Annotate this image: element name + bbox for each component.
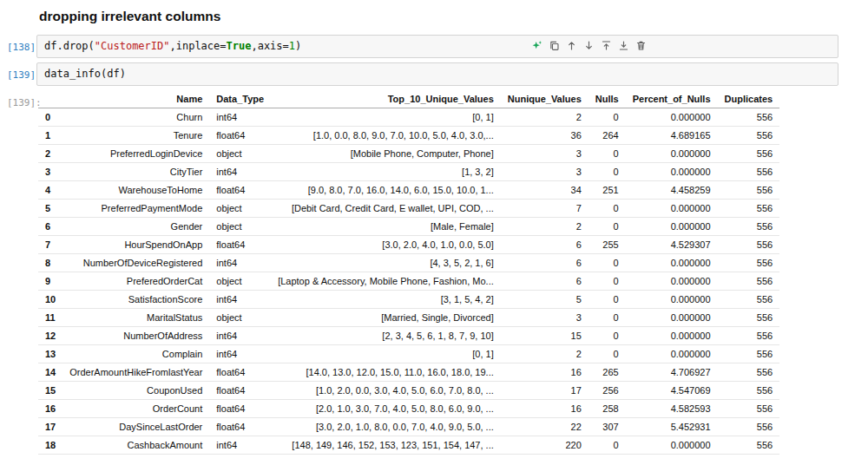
table-cell: [2.0, 1.0, 3.0, 7.0, 4.0, 5.0, 8.0, 6.0,… (271, 400, 501, 418)
column-header: Percent_of_Nulls (626, 90, 718, 108)
row-index: 5 (38, 200, 62, 218)
row-index: 16 (38, 400, 62, 418)
code-editor[interactable]: data_info(df) (37, 63, 838, 85)
table-cell: 255 (589, 236, 626, 254)
row-index: 15 (38, 382, 62, 400)
table-cell: 4.582593 (626, 400, 718, 418)
table-cell: Churn (62, 108, 209, 127)
table-cell: 556 (718, 145, 780, 163)
column-header: Nunique_Values (501, 90, 589, 108)
table-row: 7HourSpendOnAppfloat64[3.0, 2.0, 4.0, 1.… (38, 236, 779, 254)
table-cell: 6 (501, 272, 589, 291)
sparkle-icon (531, 40, 542, 51)
code-token: "CustomerID" (95, 40, 170, 52)
table-cell: PreferredLoginDevice (62, 145, 209, 163)
move-cell-down-button[interactable] (581, 37, 596, 53)
dataframe-table: NameData_TypeTop_10_Unique_ValuesNunique… (38, 90, 779, 455)
code-cell-139: [139]: data_info(df) (5, 62, 868, 86)
table-cell: 556 (718, 108, 780, 127)
table-cell: object (209, 218, 271, 236)
table-cell: [3.0, 2.0, 1.0, 8.0, 0.0, 7.0, 4.0, 9.0,… (271, 418, 501, 436)
table-cell: float64 (209, 400, 271, 418)
table-cell: PreferredPaymentMode (62, 200, 209, 218)
delete-cell-button[interactable] (633, 37, 648, 53)
table-row: 10SatisfactionScoreint64[3, 1, 5, 4, 2]5… (38, 291, 779, 309)
table-cell: int64 (209, 108, 271, 127)
table-cell: [9.0, 8.0, 7.0, 16.0, 14.0, 6.0, 15.0, 1… (271, 181, 501, 200)
table-cell: int64 (209, 291, 271, 309)
table-cell: 0 (589, 218, 626, 236)
table-cell: 556 (718, 418, 780, 436)
code-editor[interactable]: df.drop("CustomerID",inplace=True,axis=1… (37, 36, 838, 57)
delete-icon (635, 40, 647, 51)
table-cell: int64 (209, 345, 271, 363)
table-cell: 0.000000 (626, 309, 718, 327)
table-cell: 4.689165 (626, 127, 718, 145)
table-cell: object (209, 200, 271, 218)
table-cell: MaritalStatus (62, 309, 209, 327)
table-cell: [4, 3, 5, 2, 1, 6] (271, 254, 501, 272)
table-cell: 0.000000 (626, 254, 718, 272)
table-cell: [1, 3, 2] (271, 163, 501, 181)
row-index: 7 (38, 236, 62, 254)
table-cell: 34 (501, 181, 589, 200)
table-cell: 556 (718, 363, 780, 382)
code-cell-input-area[interactable]: df.drop("CustomerID",inplace=True,axis=1… (36, 35, 838, 58)
table-cell: int64 (209, 163, 271, 181)
code-cell-input-area[interactable]: data_info(df) (36, 62, 838, 86)
table-cell: 556 (718, 309, 780, 327)
row-index: 17 (38, 418, 62, 436)
table-cell: 0.000000 (626, 218, 718, 236)
table-cell: [14.0, 13.0, 12.0, 15.0, 11.0, 16.0, 18.… (271, 363, 501, 382)
table-cell: float64 (209, 236, 271, 254)
code-token: 1 (289, 40, 295, 52)
table-row: 17DaySinceLastOrderfloat64[3.0, 2.0, 1.0… (38, 418, 779, 436)
table-cell: 307 (589, 418, 626, 436)
table-cell: 0 (589, 145, 626, 163)
table-cell: [1.0, 2.0, 0.0, 3.0, 4.0, 5.0, 6.0, 7.0,… (271, 382, 501, 400)
table-cell: 6 (501, 236, 589, 254)
table-cell: 16 (501, 400, 589, 418)
table-cell: [Male, Female] (271, 218, 501, 236)
table-cell: int64 (209, 327, 271, 345)
column-header (38, 90, 62, 108)
table-cell: 556 (718, 436, 780, 455)
move-cell-up-button[interactable] (563, 37, 579, 53)
table-cell: CashbackAmount (62, 436, 209, 455)
table-cell: [Debit Card, Credit Card, E wallet, UPI,… (271, 200, 501, 218)
table-row: 3CityTierint64[1, 3, 2]300.000000556 (38, 163, 779, 181)
table-cell: float64 (209, 363, 271, 382)
table-cell: NumberOfAddress (62, 327, 209, 345)
table-cell: 4.529307 (626, 236, 718, 254)
table-row: 4WarehouseToHomefloat64[9.0, 8.0, 7.0, 1… (38, 181, 779, 200)
table-cell: 0.000000 (626, 200, 718, 218)
ai-sparkle-button[interactable] (529, 37, 544, 53)
row-index: 4 (38, 181, 62, 200)
table-cell: 0.000000 (626, 291, 718, 309)
table-cell: float64 (209, 382, 271, 400)
table-cell: 7 (501, 200, 589, 218)
table-cell: CityTier (62, 163, 209, 181)
table-cell: 0.000000 (626, 145, 718, 163)
table-cell: DaySinceLastOrder (62, 418, 209, 436)
table-cell: 2 (501, 108, 589, 127)
input-prompt: [139]: (5, 62, 36, 81)
insert-cell-below-button[interactable] (615, 37, 631, 53)
insert-cell-above-button[interactable] (598, 37, 614, 53)
table-cell: OrderCount (62, 400, 209, 418)
duplicate-cell-button[interactable] (546, 37, 562, 53)
table-cell: [Married, Single, Divorced] (271, 309, 501, 327)
table-row: 14OrderAmountHikeFromlastYearfloat64[14.… (38, 363, 779, 382)
table-cell: 0 (589, 272, 626, 291)
table-cell: OrderAmountHikeFromlastYear (62, 363, 209, 382)
table-cell: 0 (589, 163, 626, 181)
table-cell: [Laptop & Accessory, Mobile Phone, Fashi… (271, 272, 501, 291)
table-cell: int64 (209, 254, 271, 272)
table-cell: [3.0, 2.0, 4.0, 1.0, 0.0, 5.0] (271, 236, 501, 254)
code-token: data_info(df) (44, 68, 126, 80)
table-cell: [1.0, 0.0, 8.0, 9.0, 7.0, 10.0, 5.0, 4.0… (271, 127, 501, 145)
table-row: 8NumberOfDeviceRegisteredint64[4, 3, 5, … (38, 254, 779, 272)
row-index: 3 (38, 163, 62, 181)
table-cell: 556 (718, 236, 780, 254)
table-cell: [3, 1, 5, 4, 2] (271, 291, 501, 309)
